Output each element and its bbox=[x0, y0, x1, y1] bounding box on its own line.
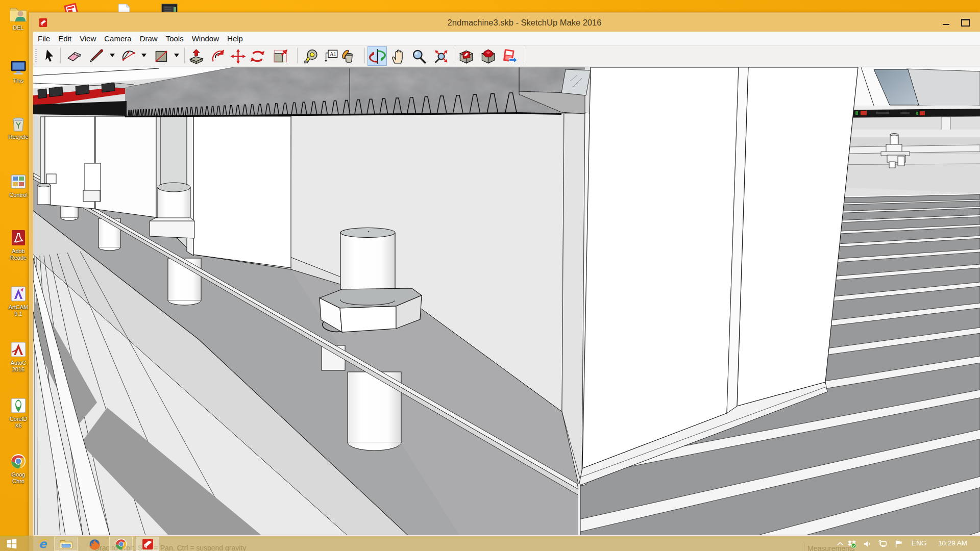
tool-zoom[interactable] bbox=[409, 47, 428, 65]
toolbar-separator bbox=[60, 48, 61, 63]
menu-item-edit[interactable]: Edit bbox=[54, 34, 76, 43]
taskbar-internet-explorer[interactable]: e bbox=[32, 537, 55, 551]
dropbox-icon[interactable] bbox=[847, 539, 856, 548]
menu-item-draw[interactable]: Draw bbox=[136, 34, 162, 43]
coreldraw-icon bbox=[8, 395, 29, 416]
tool-arc[interactable] bbox=[119, 47, 138, 65]
menu-item-camera[interactable]: Camera bbox=[100, 34, 135, 43]
tool-send-to-layout[interactable] bbox=[500, 47, 519, 65]
system-tray: ENG 10:29 AM bbox=[832, 536, 980, 551]
tool-shapes[interactable] bbox=[152, 47, 170, 65]
menu-item-window[interactable]: Window bbox=[188, 34, 223, 43]
tool-move[interactable] bbox=[229, 47, 247, 65]
clock[interactable]: 10:29 AM bbox=[938, 539, 967, 547]
network-icon[interactable] bbox=[878, 539, 887, 548]
tool-text[interactable]: A1 bbox=[322, 47, 340, 65]
tool-follow-me[interactable] bbox=[209, 47, 227, 65]
start-button[interactable] bbox=[6, 538, 18, 549]
speaker-icon[interactable] bbox=[863, 539, 872, 548]
tool-dropdown-arrow[interactable] bbox=[174, 54, 179, 57]
tool-dropdown-arrow[interactable] bbox=[110, 54, 115, 57]
toolbar-separator bbox=[184, 48, 185, 63]
autocad-icon bbox=[8, 339, 29, 360]
tool-rotate[interactable] bbox=[248, 47, 266, 65]
tool-select[interactable] bbox=[40, 47, 59, 65]
tool-3d-warehouse[interactable] bbox=[457, 47, 475, 65]
taskbar-sketchup[interactable] bbox=[136, 537, 159, 551]
tool-zoom-extents[interactable] bbox=[432, 47, 450, 65]
action-center-flag-icon[interactable] bbox=[894, 539, 903, 548]
3d-model-scene bbox=[33, 67, 980, 535]
menu-item-tools[interactable]: Tools bbox=[162, 34, 188, 43]
toolbar-separator bbox=[524, 48, 524, 63]
menu-item-file[interactable]: File bbox=[34, 34, 54, 43]
glass-plate bbox=[561, 69, 591, 95]
tool-scale[interactable] bbox=[271, 47, 289, 65]
window-title: 2ndmachine3.skb - SketchUp Make 2016 bbox=[29, 13, 980, 32]
user-folder-icon bbox=[8, 4, 29, 24]
svg-text:A1: A1 bbox=[330, 51, 336, 57]
taskbar-firefox[interactable] bbox=[83, 537, 106, 551]
artcam-icon bbox=[8, 284, 29, 304]
screen: DEL This Recycle Control AdobReade ArtCA… bbox=[0, 0, 980, 551]
toolbar-separator bbox=[364, 48, 365, 63]
toolbar-grip[interactable] bbox=[35, 48, 37, 63]
menu-item-help[interactable]: Help bbox=[223, 34, 247, 43]
adobe-reader-icon bbox=[8, 228, 29, 248]
sketchup-window: 2ndmachine3.skb - SketchUp Make 2016 Fil… bbox=[29, 12, 980, 551]
tool-line[interactable] bbox=[86, 47, 105, 65]
toolbar: pink A1 bbox=[33, 46, 980, 66]
tool-paint-bucket[interactable] bbox=[339, 47, 358, 65]
machine-bed bbox=[33, 67, 591, 118]
tool-orbit[interactable] bbox=[368, 47, 386, 65]
tool-pan[interactable] bbox=[388, 47, 407, 65]
tool-eraser[interactable]: pink bbox=[65, 47, 83, 65]
taskbar-file-explorer[interactable] bbox=[54, 537, 78, 551]
tool-tape-measure[interactable] bbox=[302, 47, 321, 65]
tool-dropdown-arrow[interactable] bbox=[141, 54, 146, 57]
taskbar: e ENG 10:29 AM bbox=[0, 536, 980, 551]
toolbar-separator bbox=[455, 48, 455, 63]
google-chrome-icon bbox=[8, 451, 29, 471]
recycle-bin-icon bbox=[8, 113, 29, 134]
tool-extension-warehouse[interactable] bbox=[479, 47, 497, 65]
language-indicator[interactable]: ENG bbox=[912, 539, 926, 547]
this-pc-icon bbox=[8, 57, 29, 78]
show-hidden-icons-chevron[interactable] bbox=[836, 539, 845, 548]
menu-bar: File Edit View Camera Draw Tools Window … bbox=[33, 32, 980, 46]
viewport-3d[interactable] bbox=[33, 67, 980, 535]
floor-corner-strip bbox=[578, 484, 580, 535]
tool-push-pull[interactable] bbox=[187, 47, 205, 65]
maximize-button[interactable] bbox=[954, 13, 976, 32]
menu-item-view[interactable]: View bbox=[76, 34, 100, 43]
title-bar[interactable]: 2ndmachine3.skb - SketchUp Make 2016 bbox=[29, 12, 980, 32]
toolbar-separator bbox=[297, 48, 298, 63]
control-panel-icon bbox=[8, 171, 29, 192]
taskbar-chrome[interactable] bbox=[109, 537, 133, 551]
